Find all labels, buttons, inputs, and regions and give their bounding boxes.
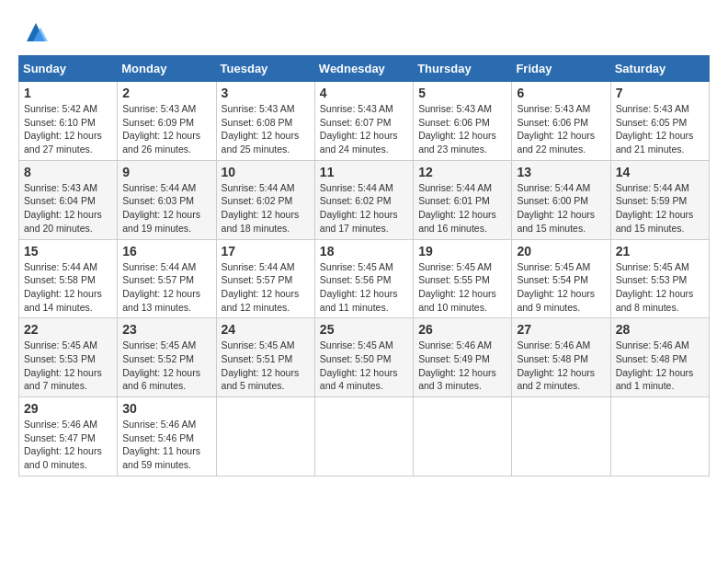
day-number: 24 (222, 322, 310, 337)
calendar-cell: 11 Sunrise: 5:44 AM Sunset: 6:02 PM Dayl… (314, 160, 413, 239)
calendar-cell (610, 397, 709, 477)
day-info: Sunrise: 5:46 AM Sunset: 5:46 PM Dayligh… (122, 418, 210, 472)
day-number: 8 (24, 165, 112, 179)
day-info: Sunrise: 5:44 AM Sunset: 5:57 PM Dayligh… (222, 260, 310, 315)
day-info: Sunrise: 5:44 AM Sunset: 5:57 PM Dayligh… (122, 260, 210, 315)
calendar-cell: 9 Sunrise: 5:44 AM Sunset: 6:03 PM Dayli… (118, 160, 216, 239)
day-number: 28 (616, 322, 704, 337)
calendar-cell: 27 Sunrise: 5:46 AM Sunset: 5:48 PM Dayl… (512, 318, 610, 397)
day-number: 26 (418, 322, 506, 337)
calendar-cell: 10 Sunrise: 5:44 AM Sunset: 6:02 PM Dayl… (216, 160, 314, 239)
calendar-header-sunday: Sunday (19, 56, 118, 82)
day-info: Sunrise: 5:45 AM Sunset: 5:53 PM Dayligh… (616, 260, 704, 315)
calendar-cell: 20 Sunrise: 5:45 AM Sunset: 5:54 PM Dayl… (512, 239, 610, 318)
day-number: 4 (320, 86, 408, 100)
day-number: 22 (24, 322, 112, 337)
day-info: Sunrise: 5:43 AM Sunset: 6:08 PM Dayligh… (222, 102, 310, 156)
calendar-header-friday: Friday (512, 56, 610, 82)
calendar-cell: 15 Sunrise: 5:44 AM Sunset: 5:58 PM Dayl… (19, 239, 118, 318)
logo-icon (22, 18, 50, 46)
day-info: Sunrise: 5:43 AM Sunset: 6:06 PM Dayligh… (517, 102, 605, 156)
calendar-header-monday: Monday (118, 56, 216, 82)
calendar-header-row: SundayMondayTuesdayWednesdayThursdayFrid… (19, 56, 710, 82)
day-number: 29 (24, 401, 112, 416)
day-number: 5 (418, 86, 506, 100)
day-info: Sunrise: 5:46 AM Sunset: 5:48 PM Dayligh… (616, 339, 704, 393)
calendar-cell: 13 Sunrise: 5:44 AM Sunset: 6:00 PM Dayl… (512, 160, 610, 239)
calendar-cell: 5 Sunrise: 5:43 AM Sunset: 6:06 PM Dayli… (414, 82, 512, 161)
day-number: 21 (616, 244, 704, 259)
day-number: 1 (24, 86, 112, 100)
day-info: Sunrise: 5:44 AM Sunset: 6:02 PM Dayligh… (320, 181, 408, 236)
day-info: Sunrise: 5:44 AM Sunset: 6:00 PM Dayligh… (517, 181, 605, 236)
calendar-cell: 2 Sunrise: 5:43 AM Sunset: 6:09 PM Dayli… (118, 82, 216, 161)
calendar-week-row: 29 Sunrise: 5:46 AM Sunset: 5:47 PM Dayl… (19, 397, 710, 477)
day-info: Sunrise: 5:43 AM Sunset: 6:04 PM Dayligh… (24, 181, 112, 236)
calendar-cell (314, 397, 413, 477)
calendar-cell (512, 397, 610, 477)
day-number: 11 (320, 165, 408, 179)
day-info: Sunrise: 5:45 AM Sunset: 5:50 PM Dayligh… (320, 339, 408, 393)
calendar-cell: 7 Sunrise: 5:43 AM Sunset: 6:05 PM Dayli… (610, 82, 709, 161)
day-info: Sunrise: 5:44 AM Sunset: 5:58 PM Dayligh… (24, 260, 112, 315)
calendar-cell: 30 Sunrise: 5:46 AM Sunset: 5:46 PM Dayl… (118, 397, 216, 477)
calendar-cell: 19 Sunrise: 5:45 AM Sunset: 5:55 PM Dayl… (414, 239, 512, 318)
day-number: 20 (517, 244, 605, 259)
calendar-cell: 26 Sunrise: 5:46 AM Sunset: 5:49 PM Dayl… (414, 318, 512, 397)
day-info: Sunrise: 5:46 AM Sunset: 5:49 PM Dayligh… (418, 339, 506, 393)
calendar-cell: 22 Sunrise: 5:45 AM Sunset: 5:53 PM Dayl… (19, 318, 118, 397)
day-info: Sunrise: 5:43 AM Sunset: 6:09 PM Dayligh… (122, 102, 210, 156)
day-number: 27 (517, 322, 605, 337)
calendar-cell: 4 Sunrise: 5:43 AM Sunset: 6:07 PM Dayli… (314, 82, 413, 161)
calendar-cell: 18 Sunrise: 5:45 AM Sunset: 5:56 PM Dayl… (314, 239, 413, 318)
calendar-header-tuesday: Tuesday (216, 56, 314, 82)
day-info: Sunrise: 5:45 AM Sunset: 5:53 PM Dayligh… (24, 339, 112, 393)
calendar-cell: 28 Sunrise: 5:46 AM Sunset: 5:48 PM Dayl… (610, 318, 709, 397)
day-number: 30 (122, 401, 210, 416)
day-number: 17 (222, 244, 310, 259)
day-number: 3 (222, 86, 310, 100)
day-info: Sunrise: 5:45 AM Sunset: 5:54 PM Dayligh… (517, 260, 605, 315)
calendar-cell: 25 Sunrise: 5:45 AM Sunset: 5:50 PM Dayl… (314, 318, 413, 397)
calendar-cell: 24 Sunrise: 5:45 AM Sunset: 5:51 PM Dayl… (216, 318, 314, 397)
calendar-header-thursday: Thursday (414, 56, 512, 82)
day-number: 14 (616, 165, 704, 179)
calendar-cell: 21 Sunrise: 5:45 AM Sunset: 5:53 PM Dayl… (610, 239, 709, 318)
calendar-cell: 8 Sunrise: 5:43 AM Sunset: 6:04 PM Dayli… (19, 160, 118, 239)
day-number: 7 (616, 86, 704, 100)
calendar-cell: 3 Sunrise: 5:43 AM Sunset: 6:08 PM Dayli… (216, 82, 314, 161)
day-number: 6 (517, 86, 605, 100)
calendar-cell (216, 397, 314, 477)
calendar-week-row: 22 Sunrise: 5:45 AM Sunset: 5:53 PM Dayl… (19, 318, 710, 397)
day-number: 15 (24, 244, 112, 259)
page-header (18, 18, 710, 46)
day-info: Sunrise: 5:44 AM Sunset: 6:01 PM Dayligh… (418, 181, 506, 236)
calendar-week-row: 8 Sunrise: 5:43 AM Sunset: 6:04 PM Dayli… (19, 160, 710, 239)
calendar-cell: 29 Sunrise: 5:46 AM Sunset: 5:47 PM Dayl… (19, 397, 118, 477)
day-number: 18 (320, 244, 408, 259)
day-info: Sunrise: 5:46 AM Sunset: 5:48 PM Dayligh… (517, 339, 605, 393)
day-info: Sunrise: 5:44 AM Sunset: 6:02 PM Dayligh… (222, 181, 310, 236)
day-info: Sunrise: 5:44 AM Sunset: 6:03 PM Dayligh… (122, 181, 210, 236)
calendar-cell: 12 Sunrise: 5:44 AM Sunset: 6:01 PM Dayl… (414, 160, 512, 239)
day-info: Sunrise: 5:45 AM Sunset: 5:56 PM Dayligh… (320, 260, 408, 315)
day-number: 13 (517, 165, 605, 179)
day-info: Sunrise: 5:43 AM Sunset: 6:06 PM Dayligh… (418, 102, 506, 156)
day-number: 12 (418, 165, 506, 179)
calendar-week-row: 1 Sunrise: 5:42 AM Sunset: 6:10 PM Dayli… (19, 82, 710, 161)
day-info: Sunrise: 5:44 AM Sunset: 5:59 PM Dayligh… (616, 181, 704, 236)
calendar-cell: 17 Sunrise: 5:44 AM Sunset: 5:57 PM Dayl… (216, 239, 314, 318)
day-info: Sunrise: 5:43 AM Sunset: 6:05 PM Dayligh… (616, 102, 704, 156)
day-info: Sunrise: 5:46 AM Sunset: 5:47 PM Dayligh… (24, 418, 112, 472)
calendar-cell: 16 Sunrise: 5:44 AM Sunset: 5:57 PM Dayl… (118, 239, 216, 318)
calendar-cell: 6 Sunrise: 5:43 AM Sunset: 6:06 PM Dayli… (512, 82, 610, 161)
day-info: Sunrise: 5:45 AM Sunset: 5:55 PM Dayligh… (418, 260, 506, 315)
calendar-cell: 14 Sunrise: 5:44 AM Sunset: 5:59 PM Dayl… (610, 160, 709, 239)
calendar-cell: 1 Sunrise: 5:42 AM Sunset: 6:10 PM Dayli… (19, 82, 118, 161)
day-number: 23 (122, 322, 210, 337)
calendar-table: SundayMondayTuesdayWednesdayThursdayFrid… (18, 55, 710, 477)
day-info: Sunrise: 5:45 AM Sunset: 5:51 PM Dayligh… (222, 339, 310, 393)
calendar-header-saturday: Saturday (610, 56, 709, 82)
calendar-cell (414, 397, 512, 477)
day-number: 19 (418, 244, 506, 259)
